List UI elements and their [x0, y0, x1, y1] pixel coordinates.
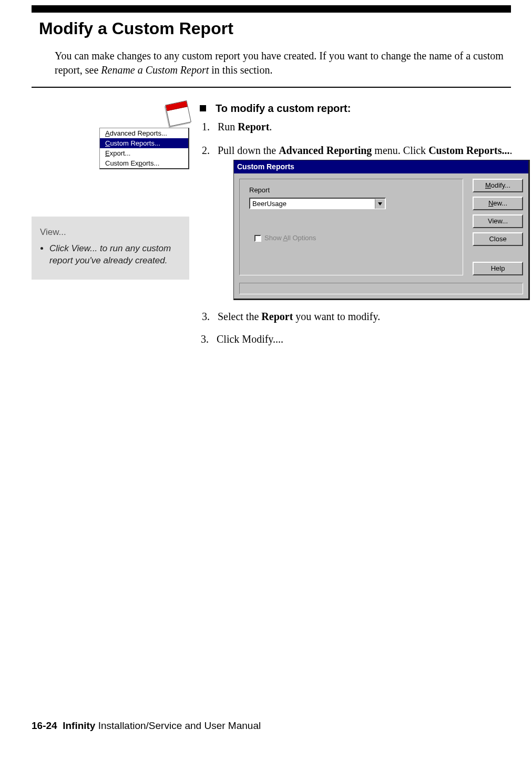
chevron-down-icon[interactable]: [375, 199, 385, 209]
dialog-panel: Report BeerUsage: [239, 179, 463, 275]
step-1: Run Report.: [212, 120, 530, 134]
menu-item-custom-exports[interactable]: Custom Exports...: [100, 158, 188, 168]
checkbox-icon[interactable]: [254, 235, 261, 242]
dialog-statusbar: [239, 283, 523, 294]
footer-rest: Installation/Service and User Manual: [95, 720, 261, 731]
side-tip: View... Click View... to run any custom …: [32, 217, 189, 280]
advanced-reporting-menu: Advanced Reports... Custom Reports... Ex…: [99, 128, 189, 169]
modify-button[interactable]: Modify...: [473, 179, 523, 192]
report-dropdown[interactable]: BeerUsage: [249, 198, 386, 209]
step-4: 3. Click Modify....: [200, 333, 530, 345]
report-value: BeerUsage: [250, 199, 375, 209]
menu-item-advanced-reports[interactable]: Advanced Reports...: [100, 128, 188, 138]
intro-post: in this section.: [209, 64, 272, 76]
tip-title: View...: [40, 227, 181, 238]
new-button[interactable]: New...: [473, 197, 523, 210]
menu-item-export[interactable]: Export...: [100, 148, 188, 158]
step-3: Select the Report you want to modify.: [212, 310, 530, 324]
help-button[interactable]: Help: [473, 262, 523, 275]
show-all-options[interactable]: Show All Options: [254, 233, 453, 243]
procedure-heading: To modify a custom report:: [200, 102, 530, 115]
section-rule: [32, 87, 511, 88]
page-title: Modify a Custom Report: [39, 19, 511, 38]
close-button[interactable]: Close: [473, 232, 523, 246]
custom-reports-dialog: Custom Reports Report BeerUsage: [233, 160, 530, 300]
page-number: 16-24: [32, 720, 57, 731]
view-button[interactable]: View...: [473, 214, 523, 228]
notepad-icon: [165, 100, 191, 127]
button-spacer: [473, 250, 523, 258]
intro-paragraph: You can make changes to any custom repor…: [55, 49, 511, 77]
bullet-square-icon: [200, 105, 206, 111]
step-2: Pull down the Advanced Reporting menu. C…: [212, 143, 530, 300]
svg-marker-0: [378, 202, 382, 206]
report-label: Report: [249, 186, 453, 195]
intro-crossref: Rename a Custom Report: [101, 64, 209, 76]
header-rule: [32, 5, 511, 13]
menu-item-custom-reports[interactable]: Custom Reports...: [100, 138, 188, 148]
footer-brand: Infinity: [63, 720, 95, 731]
dialog-title: Custom Reports: [234, 160, 528, 173]
tip-text: Click View... to run any custom report y…: [49, 243, 181, 267]
page-footer: 16-24 Infinity Installation/Service and …: [32, 720, 261, 732]
